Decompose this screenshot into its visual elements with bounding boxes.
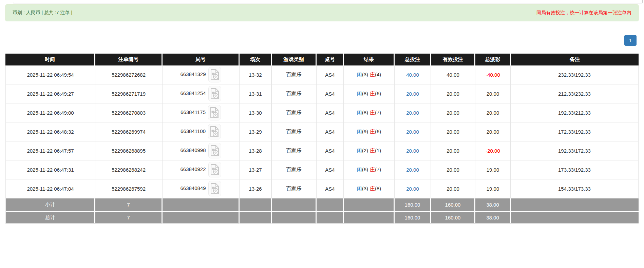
subtotal-count: 7 [95, 198, 163, 211]
cell-bet-id: 522986267592 [95, 179, 163, 198]
cell-bet-id: 522986272682 [95, 65, 163, 84]
cell-game-type: 百家乐 [272, 179, 317, 198]
cell-table-no: AS4 [317, 65, 344, 84]
header-session: 场次 [240, 54, 272, 65]
cell-round-id: 663841175 [163, 103, 240, 122]
video-replay-icon[interactable] [208, 124, 221, 139]
video-replay-icon[interactable] [208, 86, 221, 101]
cell-bet-id: 522986268895 [95, 141, 163, 160]
total-label: 总计 [5, 211, 95, 224]
cell-result: 闲(8)庄(7) [344, 103, 395, 122]
result-banker-label: 庄 [370, 129, 375, 134]
result-banker-score: (7) [375, 167, 381, 172]
total-bet-link[interactable]: 20.00 [406, 186, 419, 192]
cell-result: 闲(8)庄(6) [344, 84, 395, 103]
summary-banner: 币别 : 人民币 | 总共 :7 注单 | 同局有效投注，统一计算在该局第一张注… [5, 4, 639, 21]
cell-total-bet: 20.00 [395, 84, 431, 103]
round-id-text: 663841100 [181, 128, 206, 134]
cell-result: 闲(3)庄(4) [344, 65, 395, 84]
total-bet-link[interactable]: 40.00 [406, 72, 419, 78]
payout-value: 20.00 [487, 110, 499, 116]
cell-result: 闲(2)庄(1) [344, 141, 395, 160]
result-player-label: 闲 [357, 91, 362, 96]
page-1-button[interactable]: 1 [624, 35, 637, 46]
cell-game-type: 百家乐 [272, 103, 317, 122]
cell-total-bet: 20.00 [395, 160, 431, 179]
header-valid-bet: 有效投注 [431, 54, 475, 65]
cell-valid-bet: 20.00 [431, 179, 475, 198]
cell-round-id: 663840922 [163, 160, 240, 179]
cell-time: 2025-11-22 06:48:32 [5, 122, 95, 141]
total-bet-link[interactable]: 20.00 [406, 129, 419, 135]
result-banker-score: (7) [375, 110, 381, 115]
header-time: 时间 [5, 54, 95, 65]
header-total-bet: 总投注 [395, 54, 431, 65]
total-bet-link[interactable]: 20.00 [406, 110, 419, 116]
result-player-label: 闲 [357, 129, 362, 134]
result-banker-score: (6) [375, 129, 381, 134]
subtotal-row: 小计 7 160.00 160.00 38.00 [5, 198, 639, 211]
cell-time: 2025-11-22 06:49:54 [5, 65, 95, 84]
cell-table-no: AS4 [317, 84, 344, 103]
cell-game-type: 百家乐 [272, 122, 317, 141]
cell-round-id: 663840849 [163, 179, 240, 198]
round-id-text: 663841329 [180, 71, 206, 77]
table-row: 2025-11-22 06:48:32 522986269974 6638411… [5, 122, 639, 141]
result-player-score: (6) [362, 167, 368, 172]
video-replay-icon[interactable] [208, 105, 221, 120]
header-table-no: 桌号 [317, 54, 344, 65]
cell-remark: 232.33/192.33 [511, 65, 639, 84]
video-replay-icon[interactable] [208, 162, 221, 177]
cell-game-type: 百家乐 [272, 141, 317, 160]
subtotal-label: 小计 [5, 198, 95, 211]
video-replay-icon[interactable] [208, 143, 221, 158]
bets-table-container: 时间 注单编号 局号 场次 游戏类别 桌号 结果 总投注 有效投注 总派彩 备注… [5, 54, 639, 224]
payout-value: 19.00 [487, 167, 499, 173]
total-bet-link[interactable]: 20.00 [406, 91, 419, 97]
cell-valid-bet: 20.00 [431, 103, 475, 122]
cell-total-bet: 20.00 [395, 103, 431, 122]
cell-session: 13-28 [240, 141, 272, 160]
total-row: 总计 7 160.00 160.00 38.00 [5, 211, 639, 224]
header-payout: 总派彩 [475, 54, 511, 65]
result-player-label: 闲 [357, 167, 362, 172]
cell-table-no: AS4 [317, 160, 344, 179]
result-player-score: (9) [362, 129, 368, 134]
cell-bet-id: 522986268242 [95, 160, 163, 179]
cell-table-no: AS4 [317, 179, 344, 198]
bets-table: 时间 注单编号 局号 场次 游戏类别 桌号 结果 总投注 有效投注 总派彩 备注… [5, 54, 639, 224]
total-total-bet: 160.00 [395, 211, 431, 224]
total-bet-link[interactable]: 20.00 [406, 167, 419, 173]
payout-value: 19.00 [487, 186, 499, 192]
round-id-text: 663841175 [181, 109, 206, 115]
total-bet-link[interactable]: 20.00 [406, 148, 419, 154]
result-player-score: (3) [362, 186, 368, 191]
cell-remark: 192.33/172.33 [511, 141, 639, 160]
payout-value: 20.00 [487, 129, 499, 135]
notice-text: 同局有效投注，统一计算在该局第一张注单内 [536, 10, 631, 16]
cell-round-id: 663840998 [163, 141, 240, 160]
cell-session: 13-32 [240, 65, 272, 84]
cell-total-bet: 40.00 [395, 65, 431, 84]
result-player-score: (3) [362, 72, 368, 77]
cell-payout: -40.00 [475, 65, 511, 84]
payout-value: -20.00 [486, 148, 500, 154]
video-replay-icon[interactable] [208, 67, 221, 82]
round-id-text: 663841254 [180, 90, 206, 96]
cell-total-bet: 20.00 [395, 141, 431, 160]
cell-payout: -20.00 [475, 141, 511, 160]
cell-valid-bet: 20.00 [431, 122, 475, 141]
cell-payout: 19.00 [475, 160, 511, 179]
cell-time: 2025-11-22 06:49:27 [5, 84, 95, 103]
cell-table-no: AS4 [317, 103, 344, 122]
video-replay-icon[interactable] [208, 181, 221, 196]
cell-total-bet: 20.00 [395, 122, 431, 141]
cell-time: 2025-11-22 06:49:00 [5, 103, 95, 122]
cell-session: 13-31 [240, 84, 272, 103]
cell-round-id: 663841329 [163, 65, 240, 84]
cell-time: 2025-11-22 06:47:04 [5, 179, 95, 198]
cell-session: 13-30 [240, 103, 272, 122]
header-game-type: 游戏类别 [272, 54, 317, 65]
subtotal-payout: 38.00 [475, 198, 511, 211]
subtotal-valid-bet: 160.00 [431, 198, 475, 211]
